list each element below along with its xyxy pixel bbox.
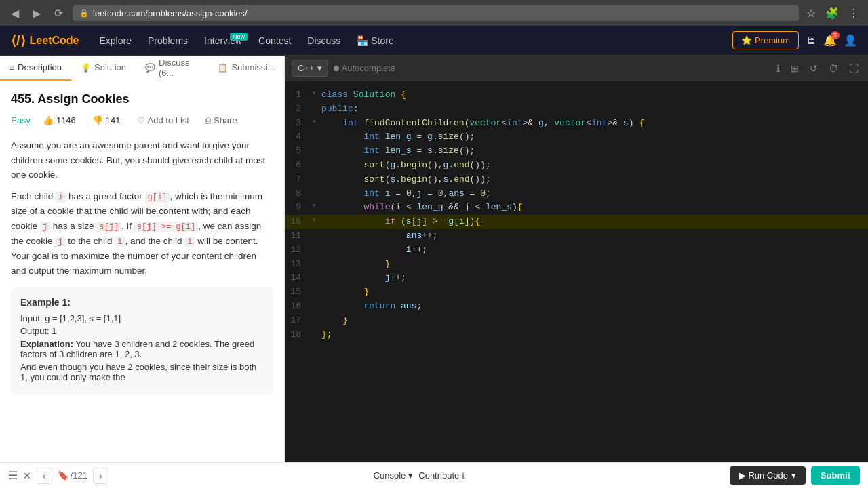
fold-chevron[interactable]: ▾: [312, 215, 321, 226]
code-editor[interactable]: 1 ▾ class Solution { 2 public: 3 ▾ int f…: [285, 81, 868, 462]
line-code: sort(g.begin(),g.end());: [321, 159, 491, 173]
problem-content: 455. Assign Cookies Easy 👍 1146 👎 141 ♡ …: [0, 81, 284, 462]
code-gi: g[i]: [145, 192, 170, 203]
nav-discuss[interactable]: Discuss: [300, 31, 347, 50]
code-line: 2 public:: [285, 102, 868, 117]
contribute-label: Contribute: [418, 470, 459, 481]
nav-explore[interactable]: Explore: [92, 31, 138, 50]
explanation-label: Explanation:: [20, 339, 73, 349]
notification-icon[interactable]: 🔔 5: [823, 34, 837, 47]
premium-label: ⭐ Premium: [741, 35, 790, 45]
nav-contest[interactable]: Contest: [252, 31, 298, 50]
lc-logo-text: LeetCode: [30, 35, 79, 47]
settings-icon[interactable]: ⏱: [826, 60, 841, 77]
tab-description[interactable]: ≡ Description: [0, 56, 71, 81]
right-panel: C++ ▾ Autocomplete ℹ ⊞ ↺ ⏱ ⛶ 1 ▾ class S…: [285, 56, 868, 462]
share-button[interactable]: ⎙ Share: [201, 113, 241, 127]
line-code: int i = 0,j = 0,ans = 0;: [321, 187, 491, 201]
line-code: sort(s.begin(),s.end());: [321, 173, 491, 187]
user-avatar[interactable]: 👤: [844, 34, 857, 47]
code-line: 11 ans++;: [285, 229, 868, 243]
refresh-code-icon[interactable]: ↺: [807, 60, 821, 77]
line-number: 2: [285, 102, 312, 117]
refresh-button[interactable]: ⟳: [50, 4, 67, 22]
nav-problems[interactable]: Problems: [141, 31, 195, 50]
tab-solution[interactable]: 💡 Solution: [71, 56, 136, 81]
submissions-icon: 📋: [218, 63, 228, 73]
url-text: leetcode.com/problems/assign-cookies/: [93, 8, 248, 18]
nav-interview[interactable]: InterviewNew: [197, 31, 249, 50]
autocomplete-text: Autocomplete: [342, 63, 396, 73]
problem-title: 455. Assign Cookies: [11, 92, 273, 106]
autocomplete-toggle[interactable]: Autocomplete: [334, 63, 396, 73]
line-code: int len_s = s.size();: [321, 144, 475, 159]
code-j2: j: [55, 237, 65, 247]
language-label: C++: [298, 63, 315, 73]
code-line: 6 sort(g.begin(),g.end());: [285, 159, 868, 173]
line-number: 15: [285, 285, 312, 300]
submit-button[interactable]: Submit: [811, 466, 860, 485]
fullscreen-icon[interactable]: ⛶: [846, 60, 861, 77]
screen-icon[interactable]: 🖥: [806, 35, 816, 47]
solution-icon: 💡: [81, 63, 91, 73]
difficulty-row: Easy 👍 1146 👎 141 ♡ Add to List ⎙ Share: [11, 113, 273, 127]
code-line: 14 j++;: [285, 271, 868, 285]
line-code: int findContentChildren(vector<int>& g, …: [321, 117, 644, 131]
forward-button[interactable]: ▶: [28, 4, 45, 22]
language-selector[interactable]: C++ ▾: [292, 60, 328, 77]
lc-logo[interactable]: ⟨/⟩ LeetCode: [11, 33, 79, 49]
split-icon[interactable]: ⊞: [788, 60, 802, 77]
chevron-down-icon: ▾: [317, 63, 322, 73]
notification-badge: 5: [831, 31, 840, 39]
run-code-label: ▶ Run Code: [739, 470, 788, 481]
bottom-left: ☰ ✕ ‹ 🔖 /121 ›: [8, 468, 108, 484]
prev-problem-button[interactable]: ‹: [37, 468, 52, 484]
code-line: 4 int len_g = g.size();: [285, 130, 868, 144]
line-number: 16: [285, 300, 312, 314]
contribute-button[interactable]: Contribute ℹ: [418, 470, 465, 481]
bookmark-icon[interactable]: ☆: [804, 5, 818, 22]
lc-logo-icon: ⟨/⟩: [11, 33, 26, 49]
fold-chevron[interactable]: ▾: [312, 117, 321, 127]
info-icon[interactable]: ℹ: [774, 60, 783, 77]
likes-button[interactable]: 👍 1146: [39, 113, 80, 127]
add-to-list-label: Add to List: [148, 115, 189, 125]
lc-header: ⟨/⟩ LeetCode Explore Problems InterviewN…: [0, 26, 868, 56]
line-code: public:: [321, 102, 359, 117]
premium-button[interactable]: ⭐ Premium: [732, 31, 799, 49]
page-number: /121: [71, 470, 87, 481]
line-number: 17: [285, 314, 312, 328]
tab-discuss[interactable]: 💬 Discuss (6...: [136, 56, 208, 81]
line-code: };: [321, 328, 332, 342]
console-button[interactable]: Console ▾: [374, 470, 414, 481]
tab-submissions[interactable]: 📋 Submissi...: [208, 56, 284, 81]
fold-chevron[interactable]: ▾: [312, 201, 321, 211]
tabs-bar: ≡ Description 💡 Solution 💬 Discuss (6...…: [0, 56, 284, 81]
browser-menu-icon[interactable]: ⋮: [846, 5, 861, 22]
code-line: 7 sort(s.begin(),s.end());: [285, 173, 868, 187]
address-bar[interactable]: 🔒 leetcode.com/problems/assign-cookies/: [73, 5, 799, 21]
code-i: i: [56, 192, 66, 203]
nav-store[interactable]: 🏪 Store: [350, 31, 400, 50]
close-button[interactable]: ✕: [23, 470, 31, 481]
extensions-icon[interactable]: 🧩: [823, 5, 841, 22]
lc-nav: Explore Problems InterviewNew Contest Di…: [92, 31, 719, 50]
line-code: ans++;: [321, 229, 438, 243]
desc-paragraph-2: Each child i has a greed factor g[i], wh…: [11, 189, 273, 278]
fold-chevron[interactable]: ▾: [312, 88, 321, 99]
next-problem-button[interactable]: ›: [93, 468, 108, 484]
dislikes-button[interactable]: 👎 141: [88, 113, 125, 127]
example-title: Example 1:: [20, 297, 264, 308]
problem-description: Assume you are an awesome parent and wan…: [11, 138, 273, 278]
tab-submissions-label: Submissi...: [231, 62, 275, 73]
add-to-list-button[interactable]: ♡ Add to List: [133, 113, 193, 127]
run-code-button[interactable]: ▶ Run Code ▾: [730, 466, 806, 485]
menu-button[interactable]: ☰: [8, 469, 18, 482]
back-button[interactable]: ◀: [7, 4, 23, 22]
code-i2: i: [115, 237, 125, 247]
console-label: Console: [374, 470, 406, 481]
submit-label: Submit: [821, 470, 850, 481]
code-line: 3 ▾ int findContentChildren(vector<int>&…: [285, 117, 868, 131]
discuss-icon: 💬: [145, 63, 155, 73]
line-number: 3: [285, 117, 312, 131]
